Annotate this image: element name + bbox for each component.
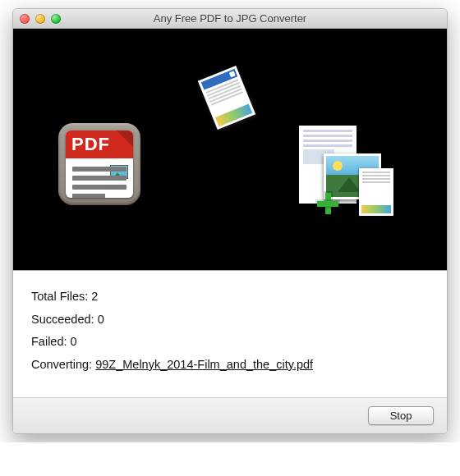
titlebar: Any Free PDF to JPG Converter [13,9,447,29]
converting-row: Converting: 99Z_Melnyk_2014-Film_and_the… [31,354,429,377]
stop-button[interactable]: Stop [368,406,434,425]
pdf-app-icon: PDF [58,123,140,205]
flying-document-icon [198,66,255,130]
text-lines-icon [72,167,126,198]
status-panel: Total Files: 2 Succeeded: 0 Failed: 0 Co… [13,271,447,433]
succeeded-value: 0 [98,313,104,326]
close-icon[interactable] [20,14,30,24]
minimize-icon[interactable] [35,14,45,24]
pdf-page-icon: PDF [66,130,133,198]
footer-bar: Stop [13,397,447,433]
failed-value: 0 [71,335,77,348]
page-fold-icon [117,130,133,147]
total-files-row: Total Files: 2 [31,286,429,309]
total-files-value: 2 [91,290,98,303]
succeeded-label: Succeeded: [31,313,94,326]
output-images-icon [299,126,389,224]
traffic-lights [20,14,61,24]
failed-row: Failed: 0 [31,331,429,354]
failed-label: Failed: [31,335,67,348]
document-small-icon [359,168,393,216]
app-window: Any Free PDF to JPG Converter PDF [12,8,448,434]
total-files-label: Total Files: [31,290,88,303]
window-title: Any Free PDF to JPG Converter [13,12,447,25]
plus-icon [317,193,338,214]
illustration-stage: PDF [13,29,447,271]
converting-label: Converting: [31,358,92,371]
succeeded-row: Succeeded: 0 [31,309,429,332]
zoom-icon[interactable] [51,14,61,24]
converting-filename: 99Z_Melnyk_2014-Film_and_the_city.pdf [95,358,313,371]
